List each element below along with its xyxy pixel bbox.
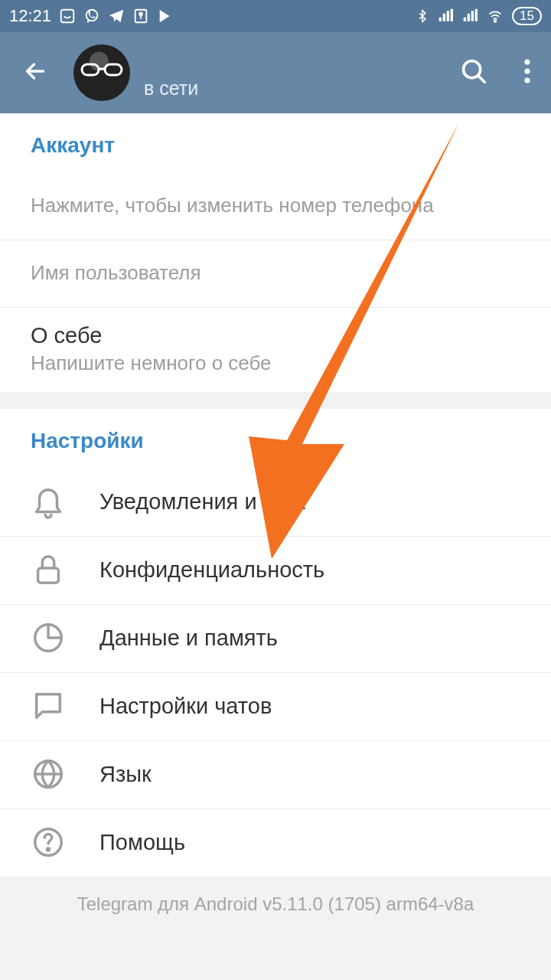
svg-rect-5 (82, 64, 99, 75)
settings-item-label: Язык (99, 762, 152, 787)
search-button[interactable] (455, 52, 493, 93)
phone-hint: Нажмите, чтобы изменить номер телефона (31, 194, 434, 217)
app-notification-icon (59, 8, 76, 24)
svg-point-9 (524, 68, 530, 74)
profile-status: в сети (144, 77, 198, 100)
settings-item-help[interactable]: Помощь (0, 809, 551, 877)
svg-point-10 (524, 77, 530, 83)
settings-item-data[interactable]: Данные и память (0, 605, 551, 673)
svg-point-1 (86, 10, 98, 21)
pie-chart-icon (31, 620, 66, 655)
settings-section-title: Настройки (0, 409, 551, 469)
account-section: Аккаунт Нажмите, чтобы изменить номер те… (0, 113, 551, 392)
avatar[interactable] (73, 44, 130, 101)
back-button[interactable] (15, 51, 55, 94)
settings-item-label: Помощь (99, 830, 185, 855)
app-header: в сети (0, 32, 551, 113)
svg-rect-6 (105, 64, 122, 75)
more-menu-button[interactable] (519, 53, 536, 93)
play-store-icon (157, 8, 174, 24)
wifi-icon (486, 8, 504, 24)
settings-item-label: Конфиденциальность (99, 557, 324, 583)
settings-item-label: Уведомления и звук (99, 489, 305, 514)
chat-bubble-icon (31, 688, 66, 724)
settings-section: Настройки Уведомления и звук Конфиденциа… (0, 409, 551, 877)
settings-item-label: Настройки чатов (99, 694, 272, 719)
whatsapp-icon (83, 8, 100, 24)
settings-item-label: Данные и память (99, 626, 278, 651)
account-section-title: Аккаунт (0, 113, 551, 173)
status-time: 12:21 (9, 6, 51, 26)
settings-item-privacy[interactable]: Конфиденциальность (0, 537, 551, 605)
username-row[interactable]: Имя пользователя (0, 240, 551, 308)
maps-icon (132, 8, 149, 24)
telegram-icon (108, 8, 125, 24)
settings-item-language[interactable]: Язык (0, 741, 551, 809)
svg-point-15 (47, 848, 49, 851)
settings-item-chat[interactable]: Настройки чатов (0, 673, 551, 741)
status-bar: 12:21 15 (0, 0, 551, 32)
bluetooth-icon (416, 8, 429, 24)
svg-point-4 (494, 20, 497, 21)
bio-row[interactable]: О себе Напишите немного о себе (0, 308, 551, 392)
help-icon (31, 825, 66, 860)
svg-rect-11 (38, 568, 59, 583)
lock-icon (31, 552, 66, 587)
svg-point-8 (524, 59, 530, 64)
signal-icon (437, 8, 454, 24)
settings-item-notifications[interactable]: Уведомления и звук (0, 469, 551, 537)
phone-row[interactable]: Нажмите, чтобы изменить номер телефона (0, 173, 551, 240)
bio-hint: Напишите немного о себе (31, 351, 272, 375)
bio-label: О себе (31, 323, 272, 348)
signal-sim2-icon (461, 8, 478, 24)
bell-icon (31, 484, 66, 519)
svg-rect-0 (61, 10, 74, 23)
username-label: Имя пользователя (31, 261, 201, 285)
svg-point-3 (139, 12, 142, 15)
version-label: Telegram для Android v5.11.0 (1705) arm6… (0, 877, 551, 932)
globe-icon (31, 756, 66, 792)
battery-indicator: 15 (512, 7, 542, 25)
